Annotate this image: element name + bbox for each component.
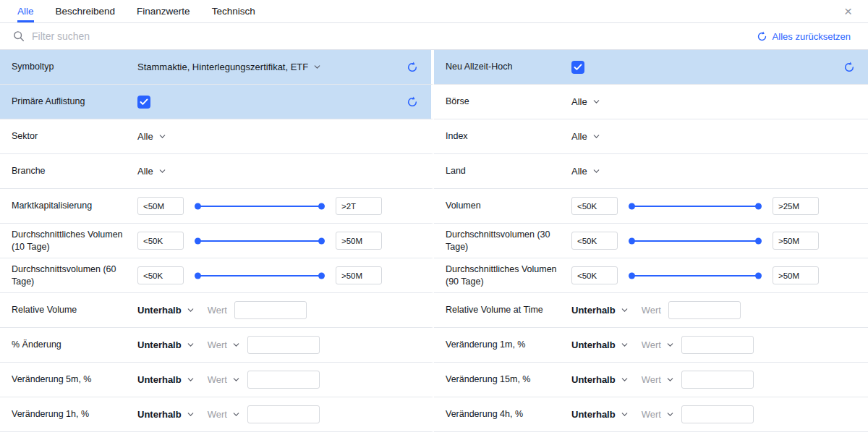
range-min-input[interactable] [571,232,618,250]
chevron-down-icon [187,341,195,349]
range-min-input[interactable] [137,232,184,250]
filter-row: Durchschnittsvolumen (60 Tage) [0,258,434,293]
operator-value: Unterhalb [571,374,616,385]
filter-row: Durchschnittliches Volumen (90 Tage) [434,258,868,293]
slider-handle-right[interactable] [755,203,762,209]
range-slider[interactable] [629,206,761,207]
operator-value: Unterhalb [571,409,616,420]
reset-filter-button[interactable] [405,95,420,109]
filter-row: Durchschnittsvolumen (30 Tage) [434,224,868,258]
tab-technisch[interactable]: Technisch [212,0,255,22]
range-max-input[interactable] [336,197,382,215]
value-input[interactable] [247,405,320,423]
filter-label: Branche [12,165,137,177]
filter-dialog-header: Alle Beschreibend Finanzwerte Technisch … [0,0,868,23]
range-slider[interactable] [195,275,324,276]
filter-value-select[interactable]: Alle [137,166,166,177]
slider-handle-left[interactable] [195,272,201,279]
slider-handle-right[interactable] [318,272,325,279]
chevron-down-icon [621,306,629,314]
value-label-text: Wert [208,339,227,350]
filter-label: Neu Allzeit-Hoch [446,61,571,72]
range-slider[interactable] [195,206,324,207]
filter-label: Land [446,165,571,177]
value-mode-select[interactable]: Wert [642,409,674,420]
value-mode-select[interactable]: Wert [642,374,674,385]
filter-value-select[interactable]: Alle [137,131,166,142]
range-min-input[interactable] [137,197,184,215]
range-max-input[interactable] [336,232,382,250]
chevron-down-icon [621,341,629,349]
range-min-input[interactable] [137,266,184,284]
reset-filter-button[interactable] [842,60,856,75]
operator-select[interactable]: Unterhalb [571,409,629,420]
filter-row: Neu Allzeit-Hoch [434,50,868,85]
slider-handle-left[interactable] [195,237,201,244]
filter-checkbox[interactable] [137,96,150,109]
filter-row: Branche Alle [0,154,434,189]
tab-finanzwerte[interactable]: Finanzwerte [137,0,190,22]
slider-handle-right[interactable] [755,272,762,279]
close-icon[interactable]: × [841,3,855,20]
slider-handle-right[interactable] [318,237,325,244]
filter-label: Börse [446,96,571,107]
value-input[interactable] [247,371,320,389]
reset-all-button[interactable]: Alles zurücksetzen [757,31,851,42]
range-max-input[interactable] [773,197,819,215]
value-mode-select[interactable]: Wert [208,409,240,420]
value-input[interactable] [234,301,307,319]
filter-label: Veränderung 5m, % [12,373,137,385]
value-mode-select[interactable]: Wert [642,339,674,350]
value-label-text: Wert [208,374,227,385]
range-min-input[interactable] [571,266,618,284]
range-max-input[interactable] [773,266,819,284]
reset-filter-button[interactable] [405,60,420,75]
reset-all-icon [757,31,767,42]
filter-checkbox[interactable] [571,61,584,74]
operator-select[interactable]: Unterhalb [137,374,195,385]
slider-handle-left[interactable] [629,237,635,244]
range-slider[interactable] [629,275,761,276]
filter-value-select[interactable]: Alle [571,166,600,177]
range-min-input[interactable] [571,197,618,215]
operator-value: Unterhalb [137,339,182,350]
chevron-down-icon [158,132,166,140]
filter-row: Relative Volume Unterhalb Wert [0,293,434,328]
search-input[interactable] [32,30,749,42]
operator-select[interactable]: Unterhalb [137,305,195,316]
tab-beschreibend[interactable]: Beschreibend [56,0,116,22]
filter-value-select[interactable]: Alle [571,96,600,107]
filter-label: Sektor [12,130,137,142]
operator-select[interactable]: Unterhalb [137,339,195,350]
value-input[interactable] [681,371,754,389]
operator-select[interactable]: Unterhalb [571,305,629,316]
filter-value-select[interactable]: Stammaktie, Hinterlegungszertifikat, ETF [137,62,321,72]
range-slider[interactable] [629,240,761,242]
value-mode-select[interactable]: Wert [208,339,240,350]
tab-alle[interactable]: Alle [17,0,34,22]
filter-value-select[interactable]: Alle [571,131,600,142]
slider-handle-right[interactable] [755,237,762,244]
slider-handle-left[interactable] [195,203,201,209]
value-mode-select[interactable]: Wert [208,374,240,385]
value-input[interactable] [681,405,754,423]
range-slider[interactable] [195,240,324,242]
slider-handle-right[interactable] [318,203,325,209]
operator-select[interactable]: Unterhalb [571,374,629,385]
filter-label: Durchschnittliches Volumen (10 Tage) [12,229,137,253]
filter-label: Primäre Auflistung [12,96,137,107]
slider-handle-left[interactable] [629,272,635,279]
value-input[interactable] [668,301,741,319]
filter-label: Durchschnittliches Volumen (90 Tage) [446,263,571,287]
filter-grid: Symboltyp Stammaktie, Hinterlegungszerti… [0,50,868,432]
value-label-text: Wert [642,305,661,316]
slider-handle-left[interactable] [629,203,635,209]
operator-select[interactable]: Unterhalb [137,409,195,420]
chevron-down-icon [187,306,195,314]
range-max-input[interactable] [773,232,819,250]
value-input[interactable] [681,336,754,354]
operator-value: Unterhalb [137,374,182,385]
value-input[interactable] [247,336,320,354]
operator-select[interactable]: Unterhalb [571,339,629,350]
range-max-input[interactable] [336,266,382,284]
